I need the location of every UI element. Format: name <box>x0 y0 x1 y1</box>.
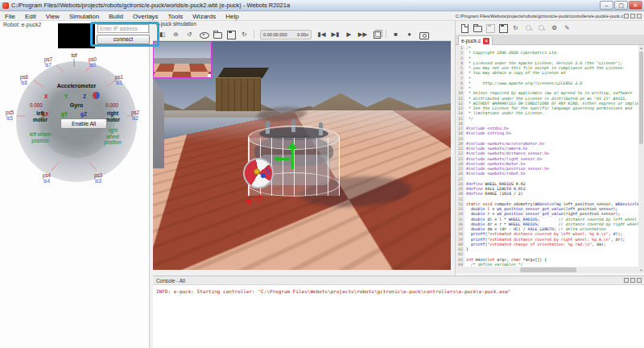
editor-tab-label: e-puck.c <box>461 38 481 44</box>
y-axis-arrow[interactable] <box>291 148 294 169</box>
sensor-label-ps5: ps5ls5 <box>0 110 19 121</box>
text-editor-panel: ↻⚙✎ e-puck.c ✕ 1/*2 * Copyright 1996-202… <box>455 21 644 276</box>
editor-vertical-scrollbar[interactable]: ▲ ▼ <box>638 45 644 273</box>
editor-tab-bar: e-puck.c ✕ <box>456 35 644 45</box>
accel-x-label[interactable]: X <box>44 93 47 99</box>
sensor-label-ps0: ps0ls0 <box>83 56 102 68</box>
menu-overlays[interactable]: Overlays <box>128 13 163 20</box>
menu-wizards[interactable]: Wizards <box>188 13 221 20</box>
left-motor-label: left motor <box>24 110 56 122</box>
sensor-label-ps3: ps3ls3 <box>89 172 108 184</box>
z-rotation-icon[interactable]: ↻ <box>266 168 271 175</box>
fast-forward-icon[interactable]: ▶▶ <box>357 29 369 39</box>
editor-dock-minimize-icon[interactable] <box>630 14 635 19</box>
editor-tab[interactable]: e-puck.c ✕ <box>458 35 493 45</box>
hscroll-thumb[interactable] <box>520 267 576 272</box>
save-file-icon[interactable] <box>484 23 496 33</box>
open-file-icon[interactable] <box>471 23 483 33</box>
editor-toolbar: ↻⚙✎ <box>456 21 644 35</box>
close-button[interactable]: ✕ <box>629 1 642 10</box>
vscroll-thumb[interactable] <box>639 52 643 144</box>
sensor-label-ps7: ps7ls7 <box>39 56 58 68</box>
restore-viewpoint-icon[interactable]: ↺ <box>184 29 196 39</box>
gyro-z-label[interactable]: gZ <box>80 111 87 117</box>
3d-viewport[interactable]: ↺ ↻ <box>153 41 451 270</box>
preferences-gear-icon[interactable]: ⚙ <box>548 23 560 33</box>
rendering-eye-icon[interactable] <box>197 29 209 39</box>
console-dock-close-icon[interactable] <box>637 278 642 283</box>
tof-label: tof <box>64 52 84 58</box>
menu-edit[interactable]: Edit <box>20 13 41 20</box>
simulation-toolbar: ◧⊖↺↻ 0:00:00:000 0.00x ▮◀▶▮▶▶▶ ■● <box>153 28 451 41</box>
screenshot-camera-icon[interactable] <box>417 29 429 39</box>
record-movie-icon[interactable]: ● <box>403 29 415 39</box>
menu-row: FileEditViewSimulationBuildOverlaysTools… <box>0 11 644 21</box>
webots-logo-icon <box>2 2 9 9</box>
reload-world-icon[interactable]: ↻ <box>238 29 250 39</box>
accel-z-label[interactable]: Z <box>83 93 86 99</box>
simulation-panel: e-puck simulation ◧⊖↺↻ 0:00:00:000 0.00x… <box>153 21 451 276</box>
revert-file-icon[interactable]: ↻ <box>510 23 522 33</box>
console-title: Console - All <box>156 278 624 284</box>
accel-y-label[interactable]: Y <box>64 93 68 99</box>
menu-build[interactable]: Build <box>104 13 128 20</box>
right-speed-value: 0.000 <box>100 102 124 108</box>
right-wheel-position-label[interactable]: right wheel position <box>95 127 130 146</box>
left-speed-value: 0.000 <box>24 102 48 108</box>
wooden-crate[interactable] <box>216 77 261 111</box>
save-world-icon[interactable] <box>225 29 237 39</box>
maximize-button[interactable]: ▢ <box>614 1 628 10</box>
world-reset-cube-icon[interactable] <box>370 29 382 39</box>
editor-dock-close-icon[interactable] <box>637 14 642 19</box>
replace-icon[interactable] <box>535 23 547 33</box>
camera-overlay-floor <box>153 64 212 78</box>
camera-overlay-sky <box>154 42 211 58</box>
title-bar: C:/Program Files//Webots/projects/robots… <box>0 0 644 11</box>
menu-help[interactable]: Help <box>221 13 243 20</box>
stop-movie-icon[interactable]: ■ <box>390 29 402 39</box>
epuck-robot[interactable]: ↺ ↻ <box>242 126 346 214</box>
left-wheel-position-label[interactable]: left wheel position <box>21 131 60 143</box>
menu-tools[interactable]: Tools <box>163 13 188 20</box>
code-area[interactable]: 1/*2 * Copyright 1996-2020 Cyberbotics L… <box>456 45 639 267</box>
menu-view[interactable]: View <box>41 13 64 20</box>
open-world-icon[interactable] <box>211 29 223 39</box>
gyro-title: Gyro <box>58 102 95 108</box>
step-icon[interactable]: ▶▮ <box>329 29 341 39</box>
editor-horizontal-scrollbar[interactable] <box>456 267 639 273</box>
window-title: C:/Program Files//Webots/projects/robots… <box>11 2 290 9</box>
editor-dock-titlebar: C:/Program Files/Webots/projects/robots/… <box>455 11 644 21</box>
find-icon[interactable] <box>522 23 535 33</box>
menu-simulation[interactable]: Simulation <box>64 13 104 20</box>
camera-overlay[interactable] <box>153 41 212 78</box>
remove-object-icon[interactable]: ⊖ <box>170 29 182 39</box>
simulation-time: 0:00:00:000 <box>263 32 287 37</box>
editor-file-path: C:/Program Files/Webots/projects/robots/… <box>455 14 624 19</box>
robot-window-panel: Robot: e-puck2 connect tof ps7ls7 ps0ls0… <box>0 21 150 348</box>
console-panel: Console - All INFO: e-puck: Starting con… <box>153 276 644 348</box>
rewind-icon[interactable]: ▮◀ <box>316 29 328 39</box>
green-handle-arrow[interactable] <box>279 158 290 160</box>
simulation-tab[interactable]: e-puck simulation <box>156 21 196 27</box>
console-log-line: INFO: e-puck: Starting controller: "C:\P… <box>156 288 511 294</box>
minimize-button[interactable]: – <box>600 1 613 10</box>
console-header: Console - All <box>153 276 644 285</box>
simulation-time-display: 0:00:00:000 0.00x <box>260 30 312 39</box>
tab-close-icon[interactable]: ✕ <box>483 38 489 44</box>
x-axis-arrow[interactable] <box>244 197 252 205</box>
accelerometer-title: Accelerometer <box>28 83 125 89</box>
console-dock-float-icon[interactable] <box>624 278 629 283</box>
annotation-highlight <box>90 22 159 47</box>
sensor-label-ps4: ps4ls4 <box>37 172 56 184</box>
gyro-y-label[interactable]: gY <box>61 111 68 117</box>
camera-overlay-resize-grip[interactable] <box>208 74 211 77</box>
y-axis-arrow-head <box>287 142 297 149</box>
menu-file[interactable]: File <box>0 13 20 20</box>
editor-dock-float-icon[interactable] <box>624 14 629 19</box>
save-as-icon[interactable] <box>497 23 509 33</box>
menu-bar: FileEditViewSimulationBuildOverlaysTools… <box>0 11 452 21</box>
play-icon[interactable]: ▶ <box>343 29 355 39</box>
edit-pencil-icon[interactable]: ✎ <box>561 23 573 33</box>
new-file-icon[interactable] <box>458 23 470 33</box>
console-dock-minimize-icon[interactable] <box>630 278 635 283</box>
